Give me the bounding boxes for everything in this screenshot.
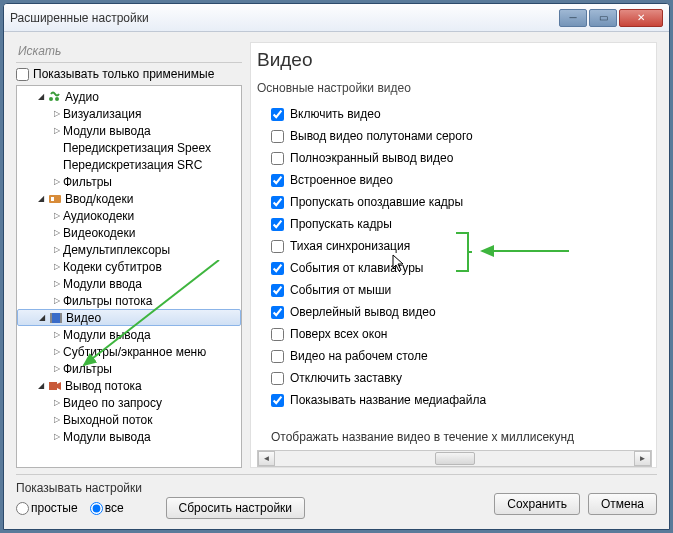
check-row[interactable]: События от мыши [257,279,652,301]
scroll-track[interactable] [275,452,634,465]
radio-all-input[interactable] [90,502,103,515]
chevron-right-icon[interactable]: ▷ [51,398,63,407]
check-row[interactable]: Отключить заставку [257,367,652,389]
cancel-button[interactable]: Отмена [588,493,657,515]
tree-item[interactable]: ◢Аудио [17,88,241,105]
maximize-button[interactable]: ▭ [589,9,617,27]
tree-item[interactable]: ◢Вывод потока [17,377,241,394]
check-row[interactable]: Пропускать опоздавшие кадры [257,191,652,213]
chevron-right-icon[interactable]: ▷ [51,364,63,373]
tree-item-label: Видеокодеки [63,226,135,240]
checkbox[interactable] [271,218,284,231]
tree-item-label: Видео по запросу [63,396,162,410]
tree-item-label: Модули вывода [63,430,151,444]
checkbox[interactable] [271,394,284,407]
chevron-down-icon[interactable]: ◢ [35,381,47,390]
check-row[interactable]: Оверлейный вывод видео [257,301,652,323]
chevron-right-icon[interactable]: ▷ [51,211,63,220]
tree-item[interactable]: ▷Модули вывода [17,122,241,139]
radio-simple-input[interactable] [16,502,29,515]
tree-item[interactable]: ◢Ввод/кодеки [17,190,241,207]
check-row[interactable]: Поверх всех окон [257,323,652,345]
tree-item[interactable]: ▷Модули вывода [17,326,241,343]
checkbox[interactable] [271,284,284,297]
checkbox-label: Пропускать кадры [290,217,392,231]
tree-item-label: Модули вывода [63,124,151,138]
close-button[interactable]: ✕ [619,9,663,27]
chevron-right-icon[interactable]: ▷ [51,228,63,237]
only-applicable-checkbox[interactable]: Показывать только применимые [16,67,242,81]
only-applicable-box[interactable] [16,68,29,81]
check-row[interactable]: Видео на рабочем столе [257,345,652,367]
checkbox[interactable] [271,152,284,165]
only-applicable-label: Показывать только применимые [33,67,214,81]
tree-item[interactable]: ▷Фильтры потока [17,292,241,309]
tree-item-label: Вывод потока [65,379,142,393]
left-pane: Искать Показывать только применимые ◢Ауд… [16,42,242,468]
checkbox[interactable] [271,328,284,341]
checkbox[interactable] [271,174,284,187]
tree-item[interactable]: ▷Аудиокодеки [17,207,241,224]
tree-item[interactable]: ◢Видео [17,309,241,326]
scroll-right-button[interactable]: ► [634,451,651,466]
scroll-left-button[interactable]: ◄ [258,451,275,466]
check-row[interactable]: Тихая синхронизация [257,235,652,257]
check-row[interactable]: События от клавиатуры [257,257,652,279]
chevron-right-icon[interactable]: ▷ [51,126,63,135]
checkbox[interactable] [271,372,284,385]
checkbox[interactable] [271,130,284,143]
chevron-down-icon[interactable]: ◢ [35,194,47,203]
checkbox[interactable] [271,196,284,209]
chevron-right-icon[interactable]: ▷ [51,347,63,356]
check-row[interactable]: Показывать название медиафайла [257,389,652,411]
checkbox-label: Оверлейный вывод видео [290,305,436,319]
tree-item[interactable]: ▷Выходной поток [17,411,241,428]
chevron-right-icon[interactable]: ▷ [51,296,63,305]
horizontal-scrollbar[interactable]: ◄ ► [257,450,652,467]
minimize-button[interactable]: ─ [559,9,587,27]
chevron-down-icon[interactable]: ◢ [35,92,47,101]
check-row[interactable]: Встроенное видео [257,169,652,191]
checkbox[interactable] [271,350,284,363]
tree-item[interactable]: Передискретизация Speex [17,139,241,156]
chevron-right-icon[interactable]: ▷ [51,245,63,254]
check-row[interactable]: Включить видео [257,103,652,125]
checkbox[interactable] [271,262,284,275]
radio-all[interactable]: все [90,501,124,515]
check-row[interactable]: Пропускать кадры [257,213,652,235]
checkbox[interactable] [271,306,284,319]
chevron-down-icon[interactable]: ◢ [36,313,48,322]
tree-item[interactable]: ▷Субтитры/экранное меню [17,343,241,360]
chevron-right-icon[interactable]: ▷ [51,432,63,441]
checkbox[interactable] [271,240,284,253]
tree-item[interactable]: ▷Кодеки субтитров [17,258,241,275]
chevron-right-icon[interactable]: ▷ [51,279,63,288]
tree-item[interactable]: ▷Модули вывода [17,428,241,445]
check-row[interactable]: Вывод видео полутонами серого [257,125,652,147]
search-input[interactable]: Искать [16,42,242,63]
tree-item[interactable]: ▷Фильтры [17,173,241,190]
tree-item-label: Модули ввода [63,277,142,291]
chevron-right-icon[interactable]: ▷ [51,415,63,424]
tree-item[interactable]: ▷Видео по запросу [17,394,241,411]
tree-item-label: Визуализация [63,107,142,121]
chevron-right-icon[interactable]: ▷ [51,262,63,271]
tree-item[interactable]: ▷Модули ввода [17,275,241,292]
svg-rect-2 [49,195,61,203]
radio-simple[interactable]: простые [16,501,78,515]
scroll-thumb[interactable] [435,452,475,465]
tree-item[interactable]: ▷Демультиплексоры [17,241,241,258]
tree-item[interactable]: ▷Фильтры [17,360,241,377]
settings-tree[interactable]: ◢Аудио▷Визуализация▷Модули выводаПередис… [16,85,242,468]
chevron-right-icon[interactable]: ▷ [51,177,63,186]
reset-button[interactable]: Сбросить настройки [166,497,305,519]
check-row[interactable]: Полноэкранный вывод видео [257,147,652,169]
tree-item-label: Субтитры/экранное меню [63,345,206,359]
tree-item[interactable]: ▷Визуализация [17,105,241,122]
save-button[interactable]: Сохранить [494,493,580,515]
tree-item[interactable]: ▷Видеокодеки [17,224,241,241]
chevron-right-icon[interactable]: ▷ [51,330,63,339]
chevron-right-icon[interactable]: ▷ [51,109,63,118]
tree-item[interactable]: Передискретизация SRC [17,156,241,173]
checkbox[interactable] [271,108,284,121]
